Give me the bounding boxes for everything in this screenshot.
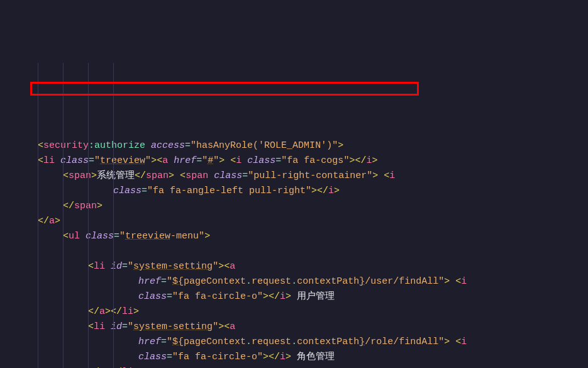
code-token: "	[213, 321, 218, 332]
code-line[interactable]: </span>	[0, 199, 588, 214]
code-token: id	[111, 321, 122, 332]
code-token: =	[185, 140, 191, 151]
code-line[interactable]: href="${pageContext.request.contextPath}…	[0, 335, 588, 350]
code-line[interactable]	[0, 123, 588, 138]
code-token: access	[151, 140, 185, 151]
code-token: pageContext	[184, 276, 246, 287]
code-token: =	[275, 155, 281, 166]
code-token: >	[286, 291, 291, 302]
code-line[interactable]: </a></li>	[0, 365, 588, 368]
code-token	[105, 261, 111, 272]
code-token: pageContext	[184, 337, 246, 347]
code-token	[378, 170, 384, 181]
code-token: "fa fa-circle-o"	[172, 352, 263, 362]
code-token: class	[138, 291, 167, 302]
code-token: treeview	[100, 155, 145, 166]
code-token: "fa fa-cogs"	[281, 155, 349, 166]
code-token: >	[169, 170, 174, 181]
code-line[interactable]	[0, 244, 588, 259]
code-token: "fa fa-circle-o"	[172, 291, 263, 302]
code-line[interactable]: </a>	[0, 214, 588, 229]
code-token	[174, 170, 180, 181]
code-token: a	[230, 261, 235, 272]
code-token: =	[167, 352, 172, 362]
code-token: href	[138, 276, 161, 287]
code-line[interactable]: </a></li>	[0, 304, 588, 320]
code-token: <	[63, 170, 69, 181]
code-token: ></	[105, 306, 122, 317]
code-line[interactable]: href="${pageContext.request.contextPath}…	[0, 274, 588, 289]
code-token: span	[74, 201, 97, 211]
code-token: >	[91, 170, 97, 181]
code-line[interactable]: <li id="system-setting"><a	[0, 259, 588, 274]
code-token: >	[286, 352, 291, 362]
code-line[interactable]: class="fa fa-angle-left pull-right"></i>	[0, 184, 588, 199]
code-line[interactable]: <li class="treeview"><a href="#"> <i cla…	[0, 153, 588, 169]
code-token: a	[49, 216, 55, 226]
code-token: <	[63, 231, 69, 242]
code-token: .	[291, 276, 297, 287]
code-line[interactable]: <security:authorize access="hasAnyRole('…	[0, 138, 588, 153]
code-line[interactable]: <li id="system-setting"><a	[0, 320, 588, 335]
code-line[interactable]: <span>系统管理</span> <span class="pull-righ…	[0, 169, 588, 184]
code-token: </	[135, 170, 146, 181]
code-token: ></	[349, 155, 366, 166]
code-token: "	[119, 231, 125, 242]
code-token: "	[213, 261, 218, 272]
code-token: contextPath	[297, 337, 359, 347]
code-lines[interactable]: <security:authorize access="hasAnyRole('…	[0, 123, 588, 368]
code-token: <	[455, 337, 461, 347]
code-token	[168, 155, 174, 166]
code-token: "	[167, 276, 172, 287]
code-token: i	[328, 186, 334, 196]
code-token: a	[162, 155, 168, 166]
code-token	[208, 170, 214, 181]
code-token: </	[38, 216, 49, 226]
code-token: -menu"	[170, 231, 204, 242]
code-token	[450, 337, 455, 347]
code-editor[interactable]: <security:authorize access="hasAnyRole('…	[0, 63, 588, 368]
code-token	[450, 276, 455, 287]
code-token	[241, 155, 247, 166]
code-token: id	[111, 261, 122, 272]
code-token: <	[180, 170, 186, 181]
code-token: "	[128, 261, 133, 272]
code-token	[55, 155, 60, 166]
code-token: href	[138, 337, 161, 347]
code-token: i	[461, 276, 467, 287]
code-token: class	[247, 155, 275, 166]
code-line[interactable]: <ul class="treeview-menu">	[0, 229, 588, 244]
code-token: .	[246, 276, 252, 287]
code-token: "	[145, 155, 151, 166]
code-token: >	[372, 170, 378, 181]
code-token: a	[99, 306, 105, 317]
code-token: li	[94, 261, 105, 272]
code-token: >	[338, 140, 343, 151]
code-token: class	[214, 170, 242, 181]
code-token: ><	[151, 155, 162, 166]
code-line[interactable]: class="fa fa-circle-o"></i> 用户管理	[0, 289, 588, 304]
code-token: =	[196, 155, 202, 166]
code-token: <	[88, 321, 94, 332]
code-token: "hasAnyRole('ROLE_ADMIN')"	[191, 140, 338, 151]
code-token: "pull-right-container"	[248, 170, 372, 181]
code-token: <	[455, 276, 461, 287]
code-token: ${	[172, 276, 184, 287]
code-token: request	[252, 337, 291, 347]
code-token	[225, 155, 230, 166]
code-token: >	[55, 216, 60, 226]
code-token: <	[38, 140, 43, 151]
code-token: class	[86, 231, 114, 242]
code-token: 角色管理	[291, 352, 335, 362]
code-token: request	[252, 276, 291, 287]
code-token: #	[208, 155, 213, 166]
code-line[interactable]: class="fa fa-circle-o"></i> 角色管理	[0, 350, 588, 365]
code-token: "	[128, 321, 133, 332]
code-token: security	[43, 140, 89, 151]
code-token: ></	[263, 291, 280, 302]
code-token: ><	[218, 321, 230, 332]
code-token: "	[213, 155, 219, 166]
code-token: }	[359, 276, 365, 287]
code-token: :authorize	[89, 140, 145, 151]
code-token: system-setting	[133, 321, 213, 332]
